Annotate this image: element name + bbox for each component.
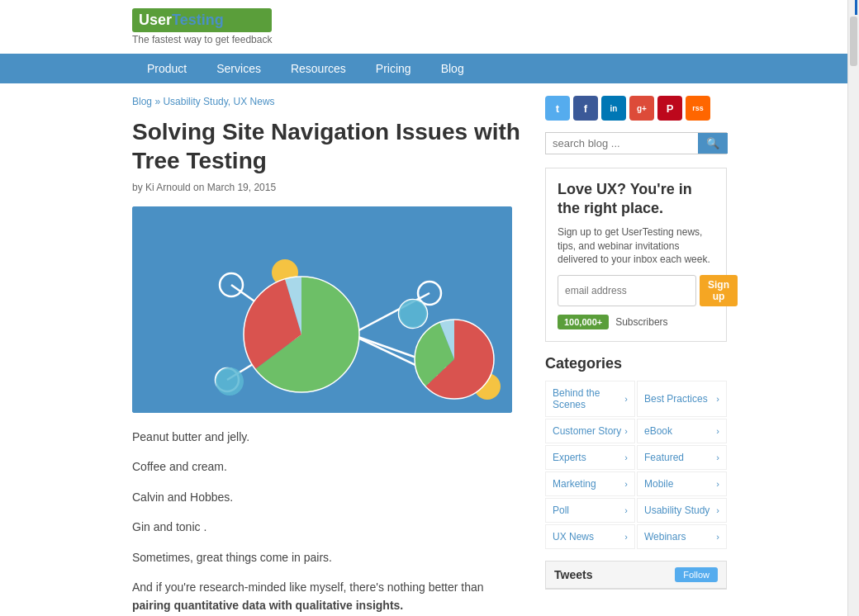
- hero-image: [132, 206, 512, 413]
- article-para-6: And if you're research-minded like mysel…: [132, 578, 520, 615]
- category-poll-arrow: ›: [624, 505, 628, 515]
- post-meta: by Ki Arnould on March 19, 2015: [132, 182, 520, 193]
- email-input[interactable]: [558, 275, 696, 306]
- logo-tagline: The fastest way to get feedback: [132, 34, 272, 45]
- category-usability-study[interactable]: Usability Study ›: [637, 498, 727, 523]
- category-customer-story[interactable]: Customer Story ›: [545, 419, 635, 443]
- pinterest-icon[interactable]: P: [657, 96, 682, 121]
- breadcrumb-categories[interactable]: Usability Study, UX News: [163, 96, 274, 107]
- category-featured-arrow: ›: [716, 453, 719, 462]
- subscribers-count: 100,000+: [558, 315, 609, 329]
- facebook-icon[interactable]: f: [573, 96, 598, 121]
- category-customer-story-label: Customer Story: [553, 425, 621, 437]
- scrollbar[interactable]: [847, 0, 859, 616]
- category-experts-arrow: ›: [624, 453, 628, 462]
- category-marketing-arrow: ›: [624, 479, 628, 489]
- scrollbar-thumb: [850, 17, 857, 66]
- categories-heading: Categories: [545, 355, 727, 372]
- svg-point-16: [216, 367, 244, 396]
- nav-blog[interactable]: Blog: [426, 54, 479, 83]
- search-box: 🔍: [545, 132, 727, 154]
- email-row: Sign up: [558, 275, 714, 306]
- categories-grid: Behind the Scenes › Best Practices › Cus…: [545, 381, 727, 549]
- category-mobile-arrow: ›: [716, 479, 719, 489]
- category-experts[interactable]: Experts ›: [545, 445, 635, 470]
- search-button[interactable]: 🔍: [698, 133, 728, 154]
- logo-area: UserTesting The fastest way to get feedb…: [132, 8, 272, 45]
- subscribers-row: 100,000+ Subscribers: [558, 315, 714, 329]
- category-poll[interactable]: Poll ›: [545, 498, 635, 523]
- rss-icon[interactable]: rss: [686, 96, 710, 121]
- tweets-label: Tweets: [554, 568, 592, 581]
- newsletter-description: Sign up to get UserTesting news, tips, a…: [558, 225, 714, 267]
- category-best-practices-arrow: ›: [716, 394, 719, 404]
- category-marketing[interactable]: Marketing ›: [545, 471, 635, 496]
- category-ebook-label: eBook: [644, 425, 672, 437]
- category-ux-news-arrow: ›: [624, 532, 628, 542]
- category-featured-label: Featured: [644, 452, 684, 463]
- article-para-2: Coffee and cream.: [132, 457, 520, 476]
- category-experts-label: Experts: [553, 452, 586, 463]
- category-ux-news-label: UX News: [553, 531, 594, 543]
- article-para-5: Sometimes, great things come in pairs.: [132, 548, 520, 566]
- category-usability-study-arrow: ›: [716, 505, 719, 515]
- breadcrumb-blog[interactable]: Blog: [132, 96, 152, 107]
- nav-product[interactable]: Product: [132, 54, 202, 83]
- newsletter-box: Love UX? You're in the right place. Sign…: [545, 168, 727, 342]
- signup-button[interactable]: Sign up: [700, 275, 738, 306]
- googleplus-icon[interactable]: g+: [629, 96, 654, 121]
- logo-testing: Testing: [172, 12, 224, 28]
- subscribers-label: Subscribers: [615, 316, 667, 328]
- sidebar: t f in g+ P rss 🔍 Love UX? You're in the…: [545, 96, 727, 616]
- category-webinars-label: Webinars: [644, 531, 686, 543]
- header: UserTesting The fastest way to get feedb…: [0, 0, 859, 54]
- category-ebook[interactable]: eBook ›: [637, 419, 727, 443]
- svg-point-15: [399, 300, 427, 328]
- nav-resources[interactable]: Resources: [276, 54, 361, 83]
- category-webinars[interactable]: Webinars ›: [637, 524, 727, 549]
- article-para-3: Calvin and Hobbes.: [132, 488, 520, 506]
- breadcrumb-sep: »: [154, 96, 163, 107]
- category-mobile[interactable]: Mobile ›: [637, 471, 727, 496]
- category-best-practices-label: Best Practices: [644, 393, 708, 405]
- nav-services[interactable]: Services: [202, 54, 276, 83]
- category-behind-scenes-arrow: ›: [624, 394, 628, 404]
- category-usability-study-label: Usability Study: [644, 505, 710, 516]
- social-icons: t f in g+ P rss: [545, 96, 727, 121]
- follow-button[interactable]: Follow: [675, 567, 718, 582]
- article-content: Blog » Usability Study, UX News Solving …: [132, 96, 520, 616]
- category-mobile-label: Mobile: [644, 478, 673, 490]
- categories-section: Categories Behind the Scenes › Best Prac…: [545, 355, 727, 549]
- article-body: Peanut butter and jelly. Coffee and crea…: [132, 428, 520, 615]
- category-best-practices[interactable]: Best Practices ›: [637, 381, 727, 417]
- main-nav: Product Services Resources Pricing Blog: [0, 54, 859, 83]
- category-ebook-arrow: ›: [716, 426, 719, 436]
- linkedin-icon[interactable]: in: [601, 96, 626, 121]
- tweets-section: Tweets Follow: [545, 561, 727, 590]
- category-customer-story-arrow: ›: [624, 426, 628, 436]
- article-para-6-before: And if you're research-minded like mysel…: [132, 580, 484, 594]
- category-behind-scenes-label: Behind the Scenes: [553, 387, 624, 410]
- nav-pricing[interactable]: Pricing: [361, 54, 426, 83]
- main-layout: Blog » Usability Study, UX News Solving …: [0, 83, 859, 616]
- category-behind-scenes[interactable]: Behind the Scenes ›: [545, 381, 635, 417]
- page-title: Solving Site Navigation Issues with Tree…: [132, 117, 520, 175]
- tweets-header: Tweets Follow: [546, 562, 726, 589]
- category-poll-label: Poll: [553, 505, 569, 516]
- category-featured[interactable]: Featured ›: [637, 445, 727, 470]
- category-marketing-label: Marketing: [553, 478, 596, 490]
- article-para-1: Peanut butter and jelly.: [132, 428, 520, 446]
- newsletter-heading: Love UX? You're in the right place.: [558, 180, 714, 219]
- twitter-icon[interactable]: t: [545, 96, 570, 121]
- category-ux-news[interactable]: UX News ›: [545, 524, 635, 549]
- scroll-indicator: [855, 0, 857, 15]
- breadcrumb: Blog » Usability Study, UX News: [132, 96, 520, 107]
- search-input[interactable]: [546, 133, 698, 154]
- article-para-6-bold: pairing quantitative data with qualitati…: [132, 599, 403, 612]
- logo[interactable]: UserTesting: [132, 8, 272, 32]
- article-para-4: Gin and tonic .: [132, 518, 520, 536]
- logo-user: User: [139, 12, 172, 28]
- category-webinars-arrow: ›: [716, 532, 719, 542]
